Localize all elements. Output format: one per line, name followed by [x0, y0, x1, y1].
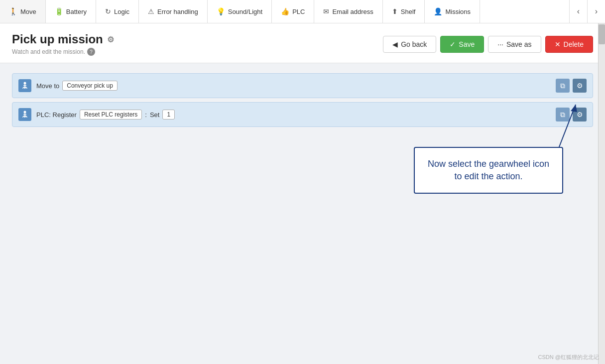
save-as-label: Save as — [506, 40, 532, 48]
footer: CSDN @红狐狸的北北记 — [532, 351, 605, 364]
email-icon: ✉ — [323, 7, 329, 15]
go-back-button[interactable]: ◀ Go back — [383, 36, 436, 53]
delete-icon: ✕ — [555, 40, 561, 48]
save-as-button[interactable]: ··· Save as — [488, 36, 541, 53]
plc-label2: Set — [150, 111, 160, 119]
action-plc-buttons: ⧉ ⚙ — [556, 108, 587, 121]
tab-missions[interactable]: 👤 Missions — [425, 0, 480, 23]
tab-plc[interactable]: 👍 PLC — [272, 0, 314, 23]
callout-box: Now select the gearwheel icon to edit th… — [414, 147, 563, 194]
tab-error-handling-label: Error handling — [157, 8, 198, 15]
scrollbar[interactable] — [598, 23, 605, 364]
footer-text: CSDN @红狐狸的北北记 — [538, 354, 599, 360]
action-plc-content: PLC: Register Reset PLC registers : Set … — [36, 110, 556, 120]
action-plc-icon — [18, 108, 31, 121]
svg-point-5 — [24, 111, 26, 114]
go-back-icon: ◀ — [392, 40, 398, 48]
help-icon[interactable]: ? — [87, 48, 95, 56]
error-handling-icon: ⚠ — [148, 7, 154, 15]
plc-label: PLC: Register — [36, 111, 77, 119]
page-subtitle: Watch and edit the mission. ? — [12, 48, 114, 56]
tab-missions-label: Missions — [445, 8, 471, 15]
plc-icon: 👍 — [281, 7, 289, 15]
gear-icon: ⚙ — [577, 82, 583, 90]
missions-icon: 👤 — [434, 7, 442, 15]
action-move-icon — [18, 79, 31, 92]
tab-move-label: Move — [20, 8, 36, 15]
top-navigation: 🚶 Move 🔋 Battery ↻ Logic ⚠ Error handlin… — [0, 0, 605, 23]
action-move-copy-button[interactable]: ⧉ — [556, 79, 570, 93]
nav-next-button[interactable]: › — [587, 0, 605, 23]
callout-text: Now select the gearwheel icon to edit th… — [428, 159, 549, 181]
tab-shelf[interactable]: ⬆ Shelf — [383, 0, 425, 23]
action-row-move: Move to Conveyor pick up ⧉ ⚙ — [12, 73, 593, 98]
tab-battery[interactable]: 🔋 Battery — [46, 0, 96, 23]
action-plc-gear-button[interactable]: ⚙ — [573, 108, 587, 121]
action-move-content: Move to Conveyor pick up — [36, 81, 556, 91]
nav-prev-button[interactable]: ‹ — [569, 0, 587, 23]
action-move-gear-button[interactable]: ⚙ — [573, 79, 587, 93]
delete-label: Delete — [564, 40, 584, 48]
tab-sound-light[interactable]: 💡 Sound/Light — [208, 0, 272, 23]
main-content: Move to Conveyor pick up ⧉ ⚙ PLC: Re — [0, 63, 605, 204]
tab-email-address[interactable]: ✉ Email address — [314, 0, 382, 23]
gear-icon-2: ⚙ — [577, 111, 583, 119]
callout-container: Now select the gearwheel icon to edit th… — [12, 147, 593, 194]
scrollbar-thumb[interactable] — [599, 24, 605, 44]
nav-next-icon: › — [595, 7, 598, 16]
plc-separator: : — [145, 111, 147, 119]
nav-prev-icon: ‹ — [577, 7, 580, 16]
action-move-buttons: ⧉ ⚙ — [556, 79, 587, 93]
nav-arrows: ‹ › — [569, 0, 605, 23]
copy-icon: ⧉ — [560, 82, 565, 90]
svg-point-0 — [24, 82, 26, 85]
action-row-plc: PLC: Register Reset PLC registers : Set … — [12, 102, 593, 127]
move-icon: 🚶 — [9, 7, 17, 15]
plc-tag1: Reset PLC registers — [80, 110, 142, 120]
page-title: Pick up mission ⚙ — [12, 32, 114, 46]
header-left: Pick up mission ⚙ Watch and edit the mis… — [12, 32, 114, 56]
tab-plc-label: PLC — [292, 8, 305, 15]
settings-icon[interactable]: ⚙ — [107, 35, 114, 44]
move-label: Move to — [36, 82, 59, 90]
tab-battery-label: Battery — [66, 8, 87, 15]
battery-icon: 🔋 — [55, 7, 63, 15]
callout-wrapper: Now select the gearwheel icon to edit th… — [414, 147, 563, 194]
shelf-icon: ⬆ — [392, 7, 398, 15]
delete-button[interactable]: ✕ Delete — [545, 36, 593, 53]
tab-shelf-label: Shelf — [401, 8, 416, 15]
save-label: Save — [459, 40, 475, 48]
logic-icon: ↻ — [105, 7, 111, 15]
save-check-icon: ✓ — [450, 40, 456, 48]
tab-logic[interactable]: ↻ Logic — [96, 0, 139, 23]
save-button[interactable]: ✓ Save — [440, 36, 484, 53]
tab-sound-light-label: Sound/Light — [228, 8, 262, 15]
page-header: Pick up mission ⚙ Watch and edit the mis… — [0, 23, 605, 63]
subtitle-text: Watch and edit the mission. — [12, 48, 85, 55]
tab-email-label: Email address — [332, 8, 373, 15]
plc-tag2: 1 — [162, 110, 175, 120]
copy-icon-2: ⧉ — [560, 111, 565, 119]
move-tag: Conveyor pick up — [62, 81, 118, 91]
tab-error-handling[interactable]: ⚠ Error handling — [139, 0, 208, 23]
save-as-icon: ··· — [497, 40, 503, 48]
sound-light-icon: 💡 — [217, 7, 225, 15]
tab-move[interactable]: 🚶 Move — [0, 0, 46, 23]
tab-logic-label: Logic — [114, 8, 129, 15]
header-buttons: ◀ Go back ✓ Save ··· Save as ✕ Delete — [383, 36, 593, 53]
page-title-text: Pick up mission — [12, 32, 103, 46]
go-back-label: Go back — [401, 40, 427, 48]
action-plc-copy-button[interactable]: ⧉ — [556, 108, 570, 121]
